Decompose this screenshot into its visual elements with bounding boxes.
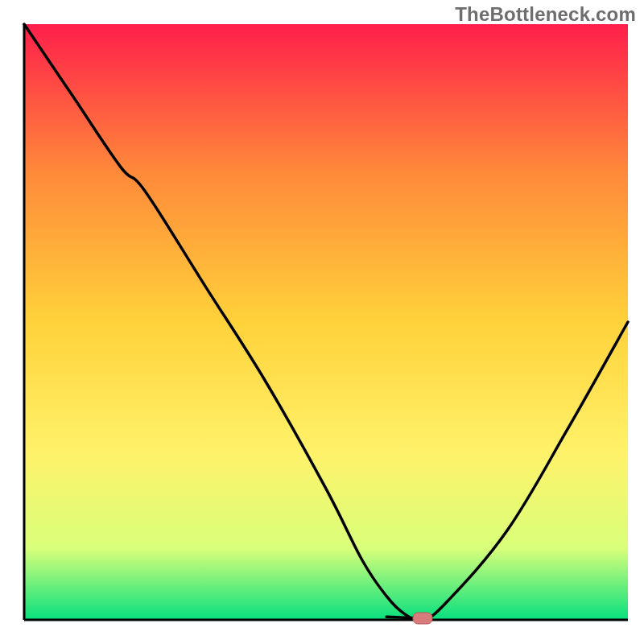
plot-background <box>24 24 628 620</box>
chart-svg <box>0 0 644 644</box>
optimal-marker <box>413 613 432 624</box>
watermark-label: TheBottleneck.com <box>455 3 636 26</box>
bottleneck-chart: TheBottleneck.com <box>0 0 644 644</box>
bottleneck-flat <box>386 617 417 617</box>
